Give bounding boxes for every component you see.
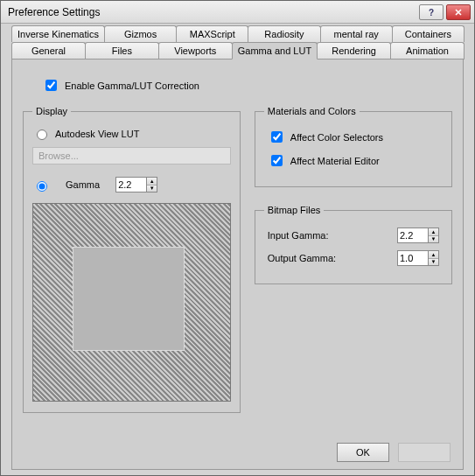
gamma-preview [32,203,231,402]
preference-settings-window: Preference Settings ? Inverse Kinematics… [0,0,475,476]
input-gamma-input[interactable] [397,228,429,243]
svg-text:?: ? [429,8,434,17]
materials-colors-group: Materials and Colors Affect Color Select… [255,106,452,187]
bitmap-files-group: Bitmap Files Input Gamma: ▲ ▼ [255,205,452,284]
affect-color-selectors-checkbox[interactable] [271,131,283,143]
tab-general[interactable]: General [11,42,86,60]
gamma-row: Gamma ▲ ▼ [32,177,231,192]
input-gamma-label: Input Gamma: [268,230,392,241]
window-buttons: ? [419,4,471,20]
autodesk-view-lut-label: Autodesk View LUT [55,129,139,139]
output-gamma-label: Output Gamma: [268,253,392,263]
affect-material-editor-checkbox[interactable] [271,155,283,166]
ok-button[interactable]: OK [337,443,389,462]
gamma-input[interactable] [115,177,147,192]
browse-label: Browse... [38,150,79,161]
gamma-step-up[interactable]: ▲ [147,178,157,186]
gamma-step-down[interactable]: ▼ [147,186,157,192]
tab-rendering[interactable]: Rendering [317,42,391,60]
window-title: Preference Settings [8,6,419,18]
tab-files[interactable]: Files [85,42,159,60]
input-gamma-spinner[interactable]: ▲ ▼ [397,228,439,243]
secondary-button[interactable] [398,443,451,462]
autodesk-view-lut-radio[interactable] [37,130,47,140]
tab-radiosity[interactable]: Radiosity [248,25,320,42]
tab-maxscript[interactable]: MAXScript [176,25,248,42]
input-gamma-step-down[interactable]: ▼ [429,236,438,243]
tab-gamma-and-lut[interactable]: Gamma and LUT [232,42,318,60]
gamma-radio[interactable] [37,181,47,192]
output-gamma-spinner[interactable]: ▲ ▼ [397,250,439,266]
autodesk-view-lut-row: Autodesk View LUT [32,127,231,140]
materials-colors-legend: Materials and Colors [264,106,360,116]
output-gamma-step-down[interactable]: ▼ [429,259,438,266]
gamma-lut-panel: Enable Gamma/LUT Correction Display Auto… [11,59,464,470]
enable-gamma-row: Enable Gamma/LUT Correction [42,77,452,94]
bitmap-files-legend: Bitmap Files [264,205,325,215]
tab-strip: Inverse Kinematics Gizmos MAXScript Radi… [6,25,469,60]
affect-color-selectors-label: Affect Color Selectors [290,132,383,143]
tab-mental-ray[interactable]: mental ray [320,25,393,42]
affect-material-editor-label: Affect Material Editor [290,156,380,166]
browse-field: Browse... [32,147,231,164]
output-gamma-step-up[interactable]: ▲ [429,251,438,259]
titlebar: Preference Settings ? [1,1,474,24]
display-group: Display Autodesk View LUT Browse... Gamm… [23,106,241,413]
gamma-spinner[interactable]: ▲ ▼ [115,177,157,192]
dialog-buttons: OK [337,443,451,462]
help-button[interactable]: ? [419,4,444,20]
close-button[interactable] [446,4,471,20]
tab-containers[interactable]: Containers [392,25,465,42]
tab-animation[interactable]: Animation [390,42,465,60]
input-gamma-step-up[interactable]: ▲ [429,228,438,236]
tab-inverse-kinematics[interactable]: Inverse Kinematics [11,25,105,42]
output-gamma-input[interactable] [397,250,429,266]
enable-gamma-label: Enable Gamma/LUT Correction [65,80,199,91]
enable-gamma-checkbox[interactable] [45,80,57,91]
content-area: Inverse Kinematics Gizmos MAXScript Radi… [1,24,474,475]
tab-viewports[interactable]: Viewports [158,42,233,60]
gamma-label: Gamma [66,179,100,190]
display-legend: Display [32,106,71,116]
tab-gizmos[interactable]: Gizmos [104,25,177,42]
